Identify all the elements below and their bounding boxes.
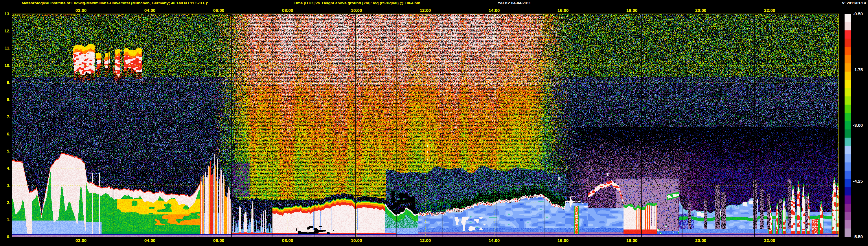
y-tick-label: 0. [0,234,10,239]
x-tick-label: 20:00 [695,8,706,13]
x-tick-label: 06:00 [213,8,224,13]
x-tick-label: 16:00 [558,238,568,243]
x-tick-label: 06:00 [213,238,224,243]
y-tick-label: 2. [0,200,10,205]
y-tick-label: 10. [0,63,10,68]
x-tick-label: 14:00 [489,238,500,243]
x-tick-label: 18:00 [626,238,638,243]
y-tick-label: 4. [0,165,10,171]
heatmap-plot [12,14,838,237]
x-tick-label: 10:00 [351,238,362,243]
y-tick-label: 13. [0,11,10,16]
x-tick-label: 02:00 [75,238,87,243]
x-tick-label: 16:00 [558,8,568,13]
y-tick-label: 8. [0,97,10,102]
x-tick-label: 08:00 [282,238,293,243]
colorbar-tick-label: -0.50 [853,11,863,16]
y-tick-label: 1. [0,217,10,222]
x-tick-label: 02:00 [75,8,87,13]
instrument-date-label: YALIS: 04-04-2011 [498,1,531,5]
y-tick-label: 5. [0,149,10,153]
x-tick-label: 22:00 [764,238,775,243]
version-label: V: 2011/01/14 [842,1,866,5]
x-tick-label: 22:00 [764,8,775,13]
x-tick-label: 12:00 [420,8,431,13]
x-tick-label: 20:00 [695,238,706,243]
y-tick-label: 3. [0,183,10,188]
x-tick-label: 14:00 [489,8,500,13]
colorbar-tick-label: -5.50 [853,234,863,239]
page-title: Meteorological Institute of Ludwig-Maxim… [22,1,208,5]
x-tick-label: 04:00 [144,238,155,243]
colorbar [844,14,851,237]
x-tick-label: 10:00 [351,8,362,13]
y-tick-label: 11. [0,45,10,50]
x-tick-label: 08:00 [282,8,293,13]
axis-description-title: Time [UTC] vs. Height above ground [km]:… [294,1,420,5]
y-tick-label: 7. [0,114,10,119]
y-tick-label: 12. [0,28,10,33]
x-tick-label: 12:00 [420,238,431,243]
colorbar-tick-label: -1.75 [853,67,863,72]
x-tick-label: 04:00 [144,8,155,13]
x-tick-label: 18:00 [626,8,638,13]
colorbar-tick-label: -4.25 [853,179,863,183]
y-tick-label: 6. [0,131,10,136]
y-tick-label: 9. [0,80,10,85]
colorbar-tick-label: -3.00 [853,123,863,128]
